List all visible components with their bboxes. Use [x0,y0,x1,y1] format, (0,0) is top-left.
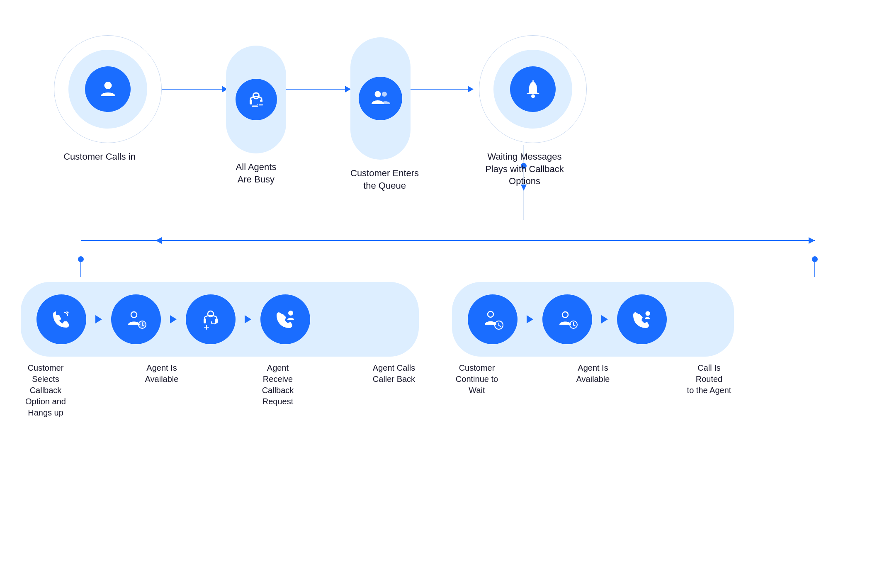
headset-minus-icon [245,88,267,111]
bell-icon [522,78,544,101]
bottom-right-pill [452,282,734,357]
svg-line-51 [499,326,501,326]
flow-icon-agent-calls [260,294,310,344]
flow-arrow-2 [161,315,186,323]
node-label-waiting: Waiting MessagesPlays with Callback Opti… [479,151,570,187]
flow-node-agent-avail-2 [542,294,592,344]
person-icon [97,78,119,101]
node-ring-waiting-outer [479,35,587,143]
svg-point-48 [488,311,493,317]
svg-point-32 [374,91,381,97]
node-pill-queue [350,37,411,160]
node-icon-bg-queue [359,77,402,120]
node-ring-inner [68,50,147,129]
label-call-routed: Call Is Routedto the Agent [684,362,734,396]
flow-icon-agent-avail-1 [111,294,161,344]
node-customer-calls: Customer Calls in [54,35,162,163]
node-icon-bg-waiting [510,66,556,112]
flow-icon-agent-avail-2 [542,294,592,344]
flow-arrow-5 [592,315,617,323]
svg-marker-10 [809,237,815,244]
flow-icon-agent-receive [186,294,236,344]
flow-node-call-routed [617,294,667,344]
svg-point-11 [78,256,84,262]
flow-node-agent-calls [260,294,310,344]
flow-icon-call-routed [617,294,667,344]
flow-node-agent-avail-1 [111,294,161,344]
flow-node-customer-wait [468,294,518,344]
node-agents-busy: All AgentsAre Busy [226,46,286,185]
svg-marker-5 [468,86,474,92]
svg-marker-9 [156,237,162,244]
label-callback-select: Customer Selects CallbackOption and Hang… [21,362,70,418]
svg-rect-44 [215,318,218,323]
svg-line-55 [573,325,575,326]
person-clock-icon [481,307,505,331]
svg-marker-3 [345,86,351,92]
node-ring-waiting-inner [493,50,572,129]
node-label-customer-calls: Customer Calls in [54,151,145,163]
phone-route-icon [630,307,654,331]
flow-node-callback-select [36,294,86,344]
flow-icon-customer-wait [468,294,518,344]
node-label-agents-busy: All AgentsAre Busy [226,161,286,185]
flow-icon-callback [36,294,86,344]
phone-callback-icon [49,307,73,331]
agent-clock-icon [124,307,148,331]
label-agent-receive: Agent ReceiveCallback Request [253,362,303,407]
bottom-left-pill [21,282,419,357]
node-waiting: Waiting MessagesPlays with Callback Opti… [479,35,587,187]
node-queue: Customer Entersthe Queue [350,37,419,192]
svg-point-47 [288,311,293,316]
phone-user-icon [273,307,297,331]
svg-point-26 [253,93,259,99]
bottom-left-flow: Customer Selects CallbackOption and Hang… [21,282,419,418]
svg-point-52 [562,312,568,318]
label-agent-calls: Agent CallsCaller Back [369,362,419,385]
label-agent-avail-2: Agent IsAvailable [568,362,618,385]
flow-arrow-1 [86,315,111,323]
node-icon-bg [85,66,131,112]
agent-clock2-icon [555,307,579,331]
svg-rect-27 [250,100,252,104]
svg-point-34 [531,94,535,98]
label-agent-avail-1: Agent IsAvailable [137,362,187,385]
svg-point-37 [131,312,137,318]
flow-arrow-4 [518,315,542,323]
diagram-container: Customer Calls in All AgentsAre Busy [0,0,882,588]
flow-arrow-3 [236,315,260,323]
people-icon [369,87,393,111]
svg-point-56 [646,311,650,316]
svg-rect-43 [204,318,206,323]
svg-point-12 [812,256,818,262]
node-icon-bg-agents [236,79,277,120]
svg-point-33 [382,92,387,97]
label-customer-wait: CustomerContinue to Wait [452,362,502,396]
node-pill-agents [226,46,286,153]
node-label-queue: Customer Entersthe Queue [350,167,419,192]
flow-node-agent-receive [186,294,236,344]
svg-point-25 [104,82,112,89]
bottom-right-flow: CustomerContinue to Wait Agent IsAvailab… [452,282,734,396]
node-ring-outer [54,35,162,143]
headset-call-icon [199,307,223,331]
